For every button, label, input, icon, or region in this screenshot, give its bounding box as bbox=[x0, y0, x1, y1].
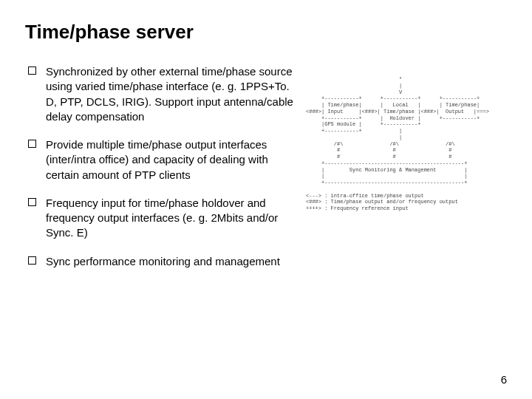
list-item: Synchronized by other external time/phas… bbox=[25, 64, 299, 124]
page-title: Time/phase server bbox=[25, 21, 507, 44]
bullet-list: Synchronized by other external time/phas… bbox=[25, 64, 299, 269]
content-columns: Synchronized by other external time/phas… bbox=[25, 64, 507, 282]
diagram-column: * | V +-----------+ +-----------+ +-----… bbox=[299, 64, 507, 212]
slide: Time/phase server Synchronized by other … bbox=[0, 0, 532, 399]
list-item: Sync performance monitoring and manageme… bbox=[25, 254, 299, 269]
list-item: Frequency input for time/phase holdover … bbox=[25, 196, 299, 241]
list-item: Provide multiple time/phase output inter… bbox=[25, 137, 299, 183]
page-number: 6 bbox=[501, 373, 507, 386]
bullet-column: Synchronized by other external time/phas… bbox=[25, 64, 299, 282]
ascii-diagram: * | V +-----------+ +-----------+ +-----… bbox=[306, 76, 507, 212]
